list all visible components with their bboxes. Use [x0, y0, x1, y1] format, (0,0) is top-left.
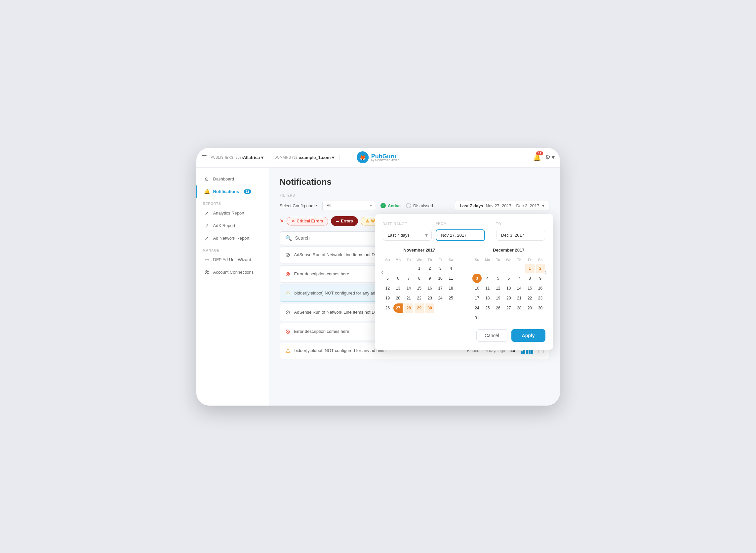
sidebar-item-account[interactable]: ⛓ Account Connections	[196, 266, 269, 278]
config-select-wrapper[interactable]: All	[322, 201, 375, 211]
dp-day-nov-17[interactable]: 17	[436, 284, 445, 293]
dp-day-nov-28[interactable]: 28	[404, 303, 413, 313]
dp-day-dec-5[interactable]: 5	[494, 274, 503, 283]
dp-next-button[interactable]: ›	[541, 267, 550, 277]
config-select[interactable]: All	[322, 201, 375, 211]
dp-apply-button[interactable]: Apply	[511, 329, 545, 342]
dp-calendars: November 2017 Su Mo Tu We Th Fr Sa	[383, 248, 545, 323]
dp-day-nov-24[interactable]: 24	[436, 294, 445, 303]
dp-day-empty	[483, 313, 492, 323]
sidebar-item-dfp[interactable]: ▭ DFP Ad Unit Wizard	[196, 253, 269, 266]
notification-badge: 12	[536, 151, 543, 155]
dp-day-nov-7[interactable]: 7	[404, 274, 413, 283]
sidebar-item-analytics[interactable]: ↗ Analytics Report	[196, 207, 269, 220]
publisher-selector[interactable]: PUBLISHERS (207) Allafrica ▾	[211, 155, 270, 160]
active-radio[interactable]: Active	[380, 203, 401, 208]
dp-day-dec-6[interactable]: 6	[504, 274, 513, 283]
dp-day-dec-20[interactable]: 20	[504, 294, 513, 303]
dp-day-dec-18[interactable]: 18	[483, 294, 492, 303]
dp-day-nov-20[interactable]: 20	[393, 294, 403, 303]
publisher-value[interactable]: Allafrica ▾	[243, 155, 263, 160]
domain-value[interactable]: example_1.com ▾	[299, 155, 334, 160]
dp-day-nov-15[interactable]: 15	[414, 284, 424, 293]
dp-from-input[interactable]	[436, 229, 485, 241]
filters-label: FILTERS	[280, 194, 549, 198]
dp-range-select[interactable]: Last 7 days	[383, 230, 432, 241]
dp-day-name: Tu	[404, 256, 413, 263]
dp-day-dec-26[interactable]: 26	[494, 303, 503, 313]
dp-day-nov-23[interactable]: 23	[425, 294, 434, 303]
dp-day-dec-30[interactable]: 30	[536, 303, 545, 313]
dp-day-nov-6[interactable]: 6	[393, 274, 403, 283]
dp-day-nov-18[interactable]: 18	[446, 284, 456, 293]
dp-day-nov-16[interactable]: 16	[425, 284, 434, 293]
dp-day-nov-29[interactable]: 29	[414, 303, 424, 313]
dp-day-nov-25[interactable]: 25	[446, 294, 456, 303]
dp-day-nov-26[interactable]: 26	[383, 303, 392, 313]
dp-day-dec-19[interactable]: 19	[494, 294, 503, 303]
dp-day-dec-29[interactable]: 29	[525, 303, 534, 313]
remove-all-tags-icon[interactable]: ✕	[280, 218, 284, 224]
notif-icon-4: ⊗	[285, 328, 290, 335]
settings-button[interactable]: ⚙ ▾	[545, 154, 555, 161]
dp-day-dec-13[interactable]: 13	[504, 284, 513, 293]
dp-day-nov-30[interactable]: 30	[425, 303, 434, 313]
dismissed-radio[interactable]: Dismissed	[406, 203, 433, 208]
critical-errors-tag[interactable]: ✕ Critical Errors	[287, 217, 328, 225]
dp-cancel-button[interactable]: Cancel	[476, 329, 508, 342]
errors-tag[interactable]: – Errors	[331, 216, 358, 226]
dp-day-nov-4[interactable]: 4	[446, 264, 456, 273]
dp-day-dec-7[interactable]: 7	[515, 274, 524, 283]
dp-day-nov-11[interactable]: 11	[446, 274, 456, 283]
dp-day-nov-2[interactable]: 2	[425, 264, 434, 273]
dp-day-dec-24[interactable]: 24	[472, 303, 482, 313]
dp-day-dec-23[interactable]: 23	[536, 294, 545, 303]
dp-day-nov-8[interactable]: 8	[414, 274, 424, 283]
dp-day-nov-22[interactable]: 22	[414, 294, 424, 303]
dp-day-nov-3[interactable]: 3	[436, 264, 445, 273]
dp-day-nov-10[interactable]: 10	[436, 274, 445, 283]
dp-day-dec-10[interactable]: 10	[472, 284, 482, 293]
dp-day-dec-21[interactable]: 21	[515, 294, 524, 303]
dp-day-nov-14[interactable]: 14	[404, 284, 413, 293]
dp-day-dec-28[interactable]: 28	[515, 303, 524, 313]
dp-day-empty	[504, 264, 513, 273]
dp-day-dec-22[interactable]: 22	[525, 294, 534, 303]
hamburger-icon[interactable]: ☰	[202, 154, 207, 161]
notif-icon-5: ⚠	[285, 347, 291, 354]
dp-day-dec-11[interactable]: 11	[483, 284, 492, 293]
domain-selector[interactable]: DOMAINS (32) example_1.com ▾	[274, 155, 340, 160]
dp-day-dec-12[interactable]: 12	[494, 284, 503, 293]
dp-day-dec-31[interactable]: 31	[472, 313, 482, 323]
dp-day-dec-15[interactable]: 15	[525, 284, 534, 293]
dp-day-name: Tu	[493, 256, 503, 263]
dp-to-input[interactable]	[496, 230, 545, 241]
dp-day-nov-1[interactable]: 1	[414, 264, 424, 273]
dp-day-nov-19[interactable]: 19	[383, 294, 392, 303]
dp-day-empty	[515, 264, 524, 273]
dp-day-nov-21[interactable]: 21	[404, 294, 413, 303]
dp-prev-button[interactable]: ‹	[378, 267, 387, 277]
dp-day-nov-9[interactable]: 9	[425, 274, 434, 283]
dp-day-nov-13[interactable]: 13	[393, 284, 403, 293]
dp-day-dec-3[interactable]: 3	[472, 274, 482, 283]
dp-day-dec-8[interactable]: 8	[525, 274, 534, 283]
dp-day-dec-27[interactable]: 27	[504, 303, 513, 313]
sidebar-item-dashboard[interactable]: ⊙ Dashboard	[196, 173, 269, 185]
dp-day-dec-16[interactable]: 16	[536, 284, 545, 293]
dp-date-range-label: DATE RANGE	[383, 222, 432, 226]
date-range-button[interactable]: Last 7 days Nov 27, 2017 – Dec 3, 2017 ▾	[455, 201, 549, 211]
sidebar-item-notifications[interactable]: 🔔 Notifications 12	[196, 185, 269, 198]
dp-day-dec-25[interactable]: 25	[483, 303, 492, 313]
dp-day-dec-17[interactable]: 17	[472, 294, 482, 303]
notification-bell[interactable]: 🔔 12	[533, 153, 541, 161]
dp-range-wrapper[interactable]: Last 7 days	[383, 230, 432, 241]
dp-day-nov-12[interactable]: 12	[383, 284, 392, 293]
dismissed-label: Dismissed	[413, 203, 433, 208]
dp-day-dec-4[interactable]: 4	[483, 274, 492, 283]
dp-day-nov-27[interactable]: 27	[393, 303, 403, 313]
sidebar-item-adnetwork[interactable]: ↗ Ad Network Report	[196, 232, 269, 245]
dp-day-dec-14[interactable]: 14	[515, 284, 524, 293]
sidebar-item-adx[interactable]: ↗ AdX Report	[196, 220, 269, 232]
dp-day-dec-1[interactable]: 1	[525, 264, 534, 273]
